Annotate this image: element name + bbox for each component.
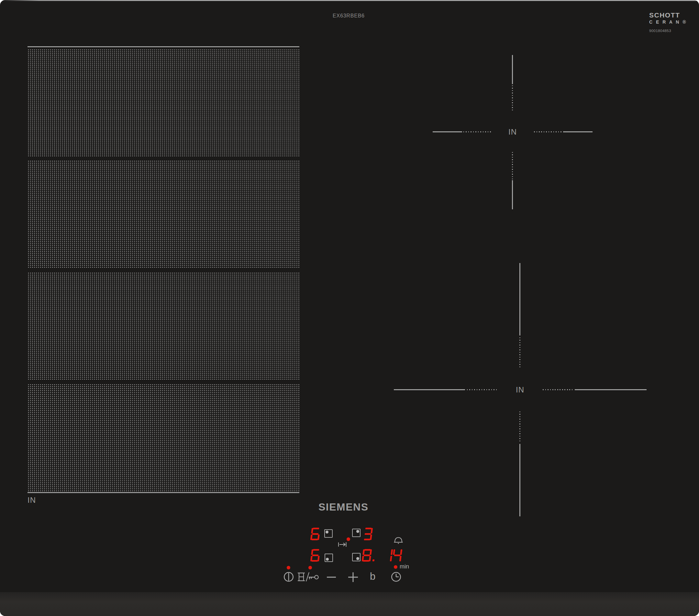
rear-right-zone-mark — [512, 152, 513, 179]
rear-right-zone-mark — [512, 85, 513, 112]
zone-select-key-rear-right[interactable] — [352, 528, 360, 537]
front-right-zone-mark — [519, 263, 520, 335]
rear-right-zone-mark — [512, 55, 513, 84]
zone-select-key-front-right[interactable] — [352, 553, 360, 561]
rear-right-zone-mark — [433, 131, 462, 132]
front-right-zone-mark — [467, 389, 497, 390]
corner-dot — [326, 531, 328, 534]
display-front-left-level — [311, 549, 320, 562]
flex-zone-section-3 — [27, 272, 299, 380]
product-photo: EX63RBEB6 SCHOTT C E R A N ® 9001804853 … — [0, 0, 699, 616]
flex-zone-bottom-line — [27, 492, 299, 493]
glass-front-bevel — [0, 592, 699, 616]
rear-right-zone-mark — [512, 180, 513, 209]
zone-select-key-front-left[interactable] — [325, 553, 333, 562]
lock-indicator-dot — [308, 566, 312, 570]
front-right-zone-in-label: IN — [512, 385, 528, 394]
zone-select-key-rear-left[interactable] — [324, 529, 333, 538]
rear-right-zone-mark — [463, 131, 491, 132]
glass-top-edge-highlight — [0, 0, 699, 1]
glass-brand-line1: SCHOTT — [649, 12, 687, 18]
flex-zone-top-line — [27, 46, 299, 47]
front-right-zone-mark — [519, 444, 520, 516]
minus-icon[interactable] — [326, 572, 337, 582]
power-icon[interactable] — [283, 571, 294, 582]
front-right-zone-mark — [394, 389, 465, 390]
timer-unit-label: min — [400, 563, 409, 570]
front-right-zone-mark — [575, 389, 647, 390]
glass-brand-line2: C E R A N ® — [649, 20, 687, 24]
induction-hob-surface: EX63RBEB6 SCHOTT C E R A N ® 9001804853 … — [0, 0, 699, 616]
front-right-zone-mark — [543, 389, 573, 390]
wipe-protection-key-icon[interactable] — [298, 571, 320, 583]
glass-serial-number: 9001804853 — [649, 29, 687, 33]
rear-right-zone-mark — [534, 131, 562, 132]
display-front-right-level — [362, 549, 374, 562]
booster-key[interactable]: b — [370, 571, 375, 582]
rear-right-zone-mark — [563, 131, 593, 132]
timer-indicator-dot — [394, 565, 397, 569]
power-indicator-dot — [287, 566, 290, 570]
timer-clock-icon[interactable] — [391, 571, 401, 582]
glass-brand-block: SCHOTT C E R A N ® 9001804853 — [649, 12, 687, 33]
front-right-zone-mark — [519, 337, 520, 367]
model-number: EX63RBEB6 — [333, 13, 365, 19]
brand-logo: SIEMENS — [318, 501, 369, 513]
flex-bridge-icon — [338, 541, 347, 547]
flex-zone-section-2 — [27, 160, 299, 268]
rear-right-zone-in-label: IN — [505, 128, 520, 136]
flex-bridge-indicator-dot — [346, 537, 350, 541]
front-right-zone-mark — [519, 412, 520, 442]
bell-icon — [394, 536, 403, 544]
flex-zone-section-4 — [27, 384, 299, 492]
corner-dot — [356, 530, 359, 533]
corner-dot — [326, 558, 329, 561]
flex-zone-in-label: IN — [27, 496, 36, 505]
display-rear-right-level — [364, 528, 372, 540]
flex-zone-section-1 — [27, 49, 299, 156]
corner-dot — [356, 557, 359, 560]
display-timer-minutes — [383, 549, 401, 562]
display-rear-left-level — [311, 528, 320, 540]
plus-icon[interactable] — [348, 572, 358, 582]
